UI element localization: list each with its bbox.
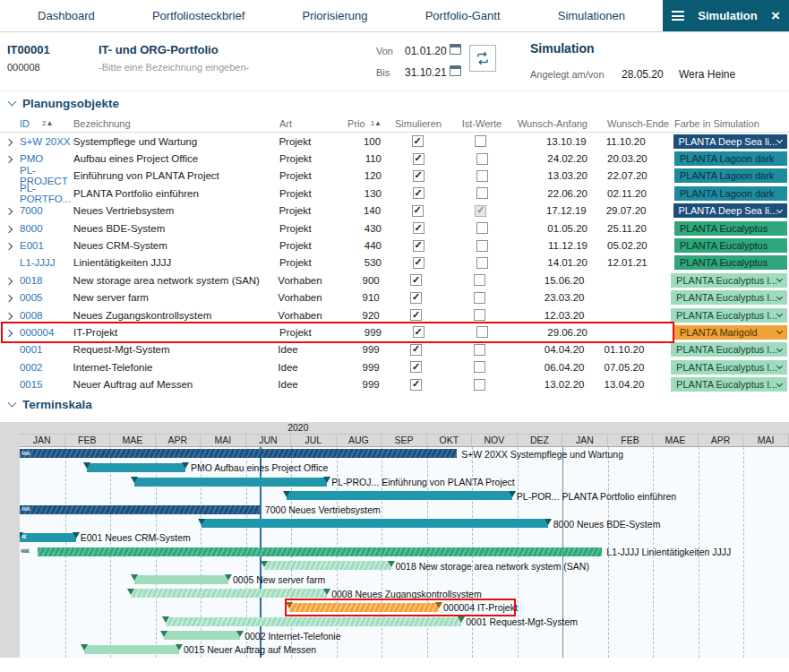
ist-werte-checkbox[interactable] <box>476 222 488 234</box>
color-dropdown[interactable]: PLANTA Eucalyptus l... <box>671 273 787 288</box>
color-dropdown[interactable]: PLANTA Eucalyptus <box>674 221 787 236</box>
ist-werte-checkbox[interactable] <box>476 257 488 269</box>
row-id[interactable]: E001 <box>20 240 73 251</box>
nav-tab-dashboard[interactable]: Dashboard <box>38 9 95 22</box>
simulieren-checkbox[interactable] <box>413 240 425 252</box>
row-id[interactable]: L1-JJJJ <box>20 257 73 268</box>
row-id[interactable]: S+W 20XX <box>20 136 73 147</box>
table-row[interactable]: L1-JJJJLinientätigkeiten JJJJProjekt5301… <box>0 254 789 271</box>
column-header[interactable]: Prio1▲ <box>342 118 387 129</box>
column-header[interactable]: ID2▲ <box>20 118 73 129</box>
gantt-bar[interactable] <box>87 463 185 472</box>
row-id[interactable]: 0018 <box>20 275 73 286</box>
gantt-bar[interactable] <box>164 631 240 640</box>
table-row[interactable]: 0008Neues ZugangskontrollsystemVorhaben9… <box>0 306 789 323</box>
expand-icon[interactable] <box>5 278 13 285</box>
calendar-icon[interactable] <box>450 44 461 55</box>
gantt-bar[interactable] <box>131 589 327 598</box>
gantt-bar[interactable] <box>84 645 179 654</box>
ist-werte-checkbox[interactable] <box>475 135 486 147</box>
ist-werte-checkbox[interactable] <box>476 170 488 182</box>
color-dropdown[interactable]: PLANTA Eucalyptus l... <box>671 360 787 375</box>
simulieren-checkbox[interactable] <box>410 309 422 321</box>
ist-werte-checkbox[interactable] <box>474 292 485 304</box>
gantt-bar[interactable] <box>20 505 260 514</box>
ist-werte-checkbox[interactable] <box>476 326 488 338</box>
table-row[interactable]: PL-PROJECTEinführung von PLANTA ProjectP… <box>0 168 789 185</box>
von-date-field[interactable]: 01.01.20 <box>405 45 447 57</box>
column-header[interactable]: Wunsch-Ende <box>596 118 674 129</box>
color-dropdown[interactable]: PLANTA Eucalyptus <box>674 238 787 253</box>
ist-werte-checkbox[interactable] <box>474 379 485 391</box>
portfolio-subtitle[interactable]: -Bitte eine Bezeichnung eingeben- <box>99 62 249 73</box>
gantt-bar[interactable] <box>38 547 602 556</box>
table-row[interactable]: PL-PORTFO...PLANTA Portfolio einführenPr… <box>0 185 789 202</box>
simulieren-checkbox[interactable] <box>413 326 425 338</box>
column-header[interactable]: Simulieren <box>387 118 450 129</box>
gantt-bar[interactable] <box>287 491 512 500</box>
row-id[interactable]: 7000 <box>20 205 73 216</box>
color-dropdown[interactable]: PLANTA Marigold <box>674 325 787 340</box>
gantt-bar[interactable] <box>166 617 461 626</box>
table-row[interactable]: E001Neues CRM-SystemProjekt44011.12.1905… <box>0 237 789 254</box>
color-dropdown[interactable]: PLANTA Eucalyptus l... <box>671 308 787 323</box>
nav-tab-simulationen[interactable]: Simulationen <box>558 9 625 22</box>
color-dropdown[interactable]: PLANTA Eucalyptus l... <box>671 342 787 357</box>
table-row[interactable]: 000004IT-ProjektProjekt99929.06.20PLANTA… <box>0 323 789 340</box>
expand-icon[interactable] <box>5 156 13 163</box>
simulieren-checkbox[interactable] <box>413 170 425 182</box>
gantt-bar[interactable] <box>20 533 76 542</box>
row-id[interactable]: 8000 <box>20 223 73 234</box>
simulieren-checkbox[interactable] <box>413 257 425 269</box>
expand-icon[interactable] <box>5 330 13 337</box>
row-id[interactable]: PL-PORTFO... <box>20 183 73 204</box>
table-row[interactable]: 0018New storage area network system (SAN… <box>0 271 789 289</box>
row-id[interactable]: 0001 <box>20 344 73 355</box>
column-header[interactable]: Ist-Werte <box>450 118 514 129</box>
ist-werte-checkbox[interactable] <box>474 309 485 321</box>
table-row[interactable]: 0015Neuer Auftrag auf MessenIdee99913.02… <box>0 375 789 392</box>
simulieren-checkbox[interactable] <box>413 187 425 199</box>
section-planungsobjekte[interactable]: Planungsobjekte <box>0 91 789 115</box>
nav-tab-portfoliosteckbrief[interactable]: Portfoliosteckbrief <box>152 9 244 22</box>
refresh-button[interactable] <box>469 45 496 72</box>
ist-werte-checkbox[interactable] <box>476 187 488 199</box>
close-icon[interactable]: × <box>771 10 780 22</box>
expand-icon[interactable] <box>5 208 13 215</box>
color-dropdown[interactable]: PLANTA Eucalyptus l... <box>671 377 787 392</box>
expand-icon[interactable] <box>5 225 13 232</box>
color-dropdown[interactable]: PLANTA Deep Sea li... <box>673 203 787 218</box>
ist-werte-checkbox[interactable] <box>475 205 486 217</box>
bis-date-field[interactable]: 31.10.21 <box>405 66 447 79</box>
simulieren-checkbox[interactable] <box>410 379 422 391</box>
simulieren-checkbox[interactable] <box>412 135 424 147</box>
row-id[interactable]: PMO <box>20 153 73 164</box>
simulieren-checkbox[interactable] <box>413 222 425 234</box>
column-header[interactable]: Bezeichnung <box>73 118 279 129</box>
row-id[interactable]: 0008 <box>20 310 73 321</box>
column-header[interactable]: Wunsch-Anfang <box>514 118 596 129</box>
gantt-bar[interactable] <box>134 575 228 584</box>
row-id[interactable]: 0005 <box>20 292 73 303</box>
section-terminskala[interactable]: Terminskala <box>0 393 789 417</box>
row-id[interactable]: 0015 <box>20 379 73 390</box>
row-id[interactable]: 0002 <box>20 362 73 373</box>
calendar-icon[interactable] <box>450 65 461 76</box>
expand-icon[interactable] <box>5 295 13 302</box>
ist-werte-checkbox[interactable] <box>474 274 485 286</box>
table-row[interactable]: PMOAufbau eines Project OfficeProjekt110… <box>0 150 789 167</box>
simulieren-checkbox[interactable] <box>410 292 422 304</box>
expand-icon[interactable] <box>5 312 13 319</box>
gantt-bar[interactable] <box>134 478 327 487</box>
table-row[interactable]: 0005New server farmVorhaben91023.03.20PL… <box>0 289 789 306</box>
nav-tab-priorisierung[interactable]: Priorisierung <box>302 9 367 22</box>
gantt-bar[interactable] <box>202 519 548 528</box>
column-header[interactable]: Art <box>279 118 342 129</box>
simulieren-checkbox[interactable] <box>410 361 422 373</box>
table-row[interactable]: 8000Neues BDE-SystemProjekt43001.05.2025… <box>0 220 789 237</box>
ist-werte-checkbox[interactable] <box>474 361 485 373</box>
color-dropdown[interactable]: PLANTA Deep Sea li... <box>673 134 787 149</box>
color-dropdown[interactable]: PLANTA Lagoon dark <box>674 186 787 201</box>
expand-icon[interactable] <box>5 243 13 250</box>
simulieren-checkbox[interactable] <box>413 153 425 165</box>
